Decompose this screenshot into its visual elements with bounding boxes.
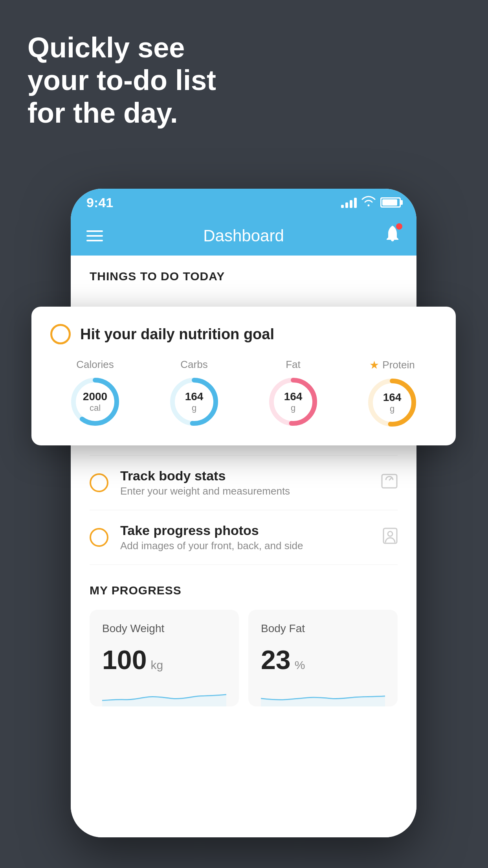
battery-icon [380,197,401,208]
signal-icon [341,197,357,208]
progress-section: MY PROGRESS Body Weight 100 kg [71,565,416,706]
nutrition-item-protein: ★ Protein 164 g [367,359,418,428]
todo-circle-yellow [90,528,108,547]
list-item[interactable]: Take progress photos Add images of your … [90,510,398,565]
todo-subtitle: Add images of your front, back, and side [120,540,371,552]
body-weight-value: 100 [102,644,147,675]
body-fat-unit: % [295,658,305,672]
svg-point-3 [388,531,393,536]
nutrition-card: Hit your daily nutrition goal Calories 2… [31,307,456,445]
body-weight-chart [102,683,226,706]
menu-button[interactable] [86,230,103,241]
notification-badge [396,223,402,230]
calories-circle: 2000 cal [70,376,121,427]
list-item[interactable]: Track body stats Enter your weight and m… [90,456,398,510]
nutrition-item-fat: Fat 164 g [268,359,319,428]
app-header: Dashboard [71,216,416,256]
nutrition-row: Calories 2000 cal Carbs [50,359,437,428]
todo-title: Take progress photos [120,523,371,538]
body-fat-value: 23 [261,644,291,675]
calories-value: 2000 [83,390,107,403]
protein-circle: 164 g [367,377,418,428]
protein-label: Protein [382,359,415,371]
fat-unit: g [284,403,303,413]
card-title: Hit your daily nutrition goal [80,326,274,343]
body-fat-title: Body Fat [261,622,385,635]
body-weight-title: Body Weight [102,622,226,635]
body-weight-unit: kg [150,658,163,672]
nutrition-item-calories: Calories 2000 cal [70,359,121,428]
protein-value: 164 [383,391,402,404]
scale-icon [381,474,398,492]
hero-line1: Quickly see [28,31,216,64]
task-circle [50,324,71,344]
fat-label: Fat [286,359,301,371]
calories-label: Calories [76,359,114,371]
body-fat-card[interactable]: Body Fat 23 % [248,610,398,706]
hero-text: Quickly see your to-do list for the day. [28,31,216,129]
wifi-icon [361,196,376,210]
app-title: Dashboard [203,226,284,245]
todo-title: Track body stats [120,468,369,484]
todo-circle-yellow [90,473,108,492]
star-icon: ★ [369,359,379,371]
notification-button[interactable] [384,225,401,247]
person-icon [383,528,398,548]
carbs-unit: g [185,403,204,413]
body-weight-card[interactable]: Body Weight 100 kg [90,610,239,706]
hero-line2: your to-do list [28,64,216,97]
svg-line-1 [389,478,392,480]
carbs-circle: 164 g [169,376,220,427]
fat-value: 164 [284,390,303,403]
phone-frame: 9:41 Da [71,189,416,837]
calories-unit: cal [83,403,107,413]
status-time: 9:41 [86,195,113,210]
progress-cards: Body Weight 100 kg Body Fat [90,610,398,706]
body-fat-chart [261,683,385,706]
protein-unit: g [383,404,402,414]
hero-line3: for the day. [28,97,216,129]
status-bar: 9:41 [71,189,416,216]
status-icons [341,196,401,210]
section-things-today: THINGS TO DO TODAY [71,256,416,291]
progress-header: MY PROGRESS [90,584,398,597]
fat-circle: 164 g [268,376,319,427]
todo-subtitle: Enter your weight and measurements [120,485,369,497]
nutrition-item-carbs: Carbs 164 g [169,359,220,428]
carbs-value: 164 [185,390,204,403]
carbs-label: Carbs [180,359,207,371]
